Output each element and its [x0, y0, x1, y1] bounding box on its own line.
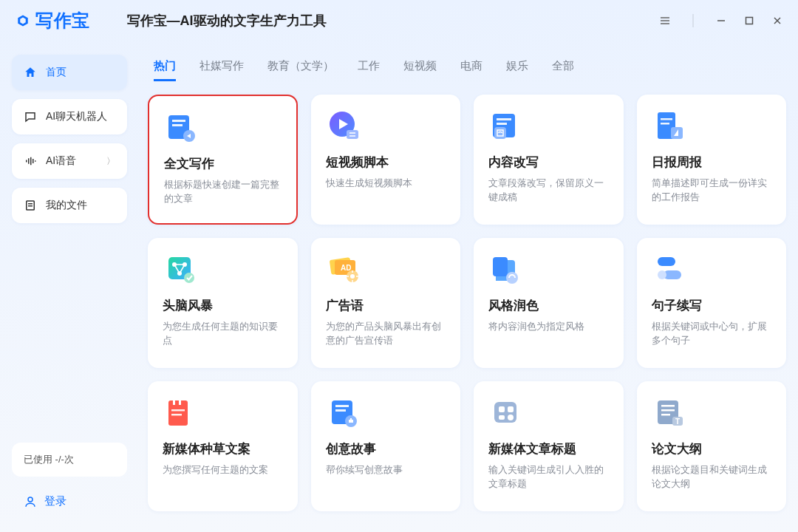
sidebar: 首页AI聊天机器人AI语音〉我的文件 已使用 -/-次 登录: [0, 41, 139, 532]
template-card-9[interactable]: 创意故事帮你续写创意故事: [311, 381, 461, 511]
sidebar-item-0[interactable]: 首页: [12, 55, 127, 90]
card-title: 广告语: [326, 297, 446, 314]
tab-0[interactable]: 热门: [154, 59, 176, 81]
svg-rect-37: [173, 399, 175, 405]
card-title: 新媒体种草文案: [163, 440, 283, 457]
tab-7[interactable]: 全部: [552, 59, 574, 81]
template-card-8[interactable]: 新媒体种草文案为您撰写任何主题的文案: [148, 381, 298, 511]
svg-rect-47: [508, 406, 514, 412]
svg-point-6: [28, 497, 33, 502]
card-desc: 为您撰写任何主题的文案: [163, 463, 283, 477]
sidebar-item-1[interactable]: AI聊天机器人: [12, 99, 127, 134]
card-icon: AD: [326, 251, 361, 287]
page-title: 写作宝—AI驱动的文字生产力工具: [127, 12, 327, 30]
brand: 写作宝: [16, 9, 90, 33]
tab-2[interactable]: 教育（文学）: [267, 59, 334, 81]
card-desc: 输入关键词生成引人入胜的文章标题: [488, 463, 609, 492]
minimize-icon[interactable]: [714, 13, 729, 28]
chat-icon: [24, 110, 37, 123]
svg-rect-38: [179, 399, 181, 405]
card-icon: T: [652, 395, 687, 430]
svg-rect-14: [497, 118, 511, 120]
svg-text:AD: AD: [341, 264, 351, 272]
svg-rect-39: [171, 409, 185, 412]
card-desc: 根据标题快速创建一篇完整的文章: [164, 178, 282, 207]
brand-name: 写作宝: [35, 9, 90, 33]
card-title: 风格润色: [488, 297, 609, 314]
template-card-2[interactable]: 内容改写文章段落改写，保留原义一键成稿: [474, 95, 624, 225]
main-content: 热门社媒写作教育（文学）工作短视频电商娱乐全部 全文写作根据标题快速创建一篇完整…: [139, 41, 798, 532]
svg-rect-43: [335, 409, 346, 412]
card-title: 新媒体文章标题: [488, 440, 609, 457]
svg-rect-18: [661, 118, 672, 120]
svg-rect-2: [746, 18, 753, 24]
home-icon: [24, 66, 37, 79]
svg-point-49: [508, 415, 514, 420]
login-button[interactable]: 登录: [12, 484, 127, 519]
sidebar-item-2[interactable]: AI语音〉: [12, 143, 127, 179]
template-card-6[interactable]: 风格润色将内容润色为指定风格: [474, 238, 624, 368]
maximize-icon[interactable]: [742, 13, 757, 28]
tab-4[interactable]: 短视频: [403, 59, 437, 81]
card-desc: 根据关键词或中心句，扩展多个句子: [652, 320, 772, 349]
svg-rect-51: [661, 405, 675, 407]
tab-3[interactable]: 工作: [358, 59, 380, 81]
user-icon: [24, 495, 37, 508]
tab-1[interactable]: 社媒写作: [200, 59, 244, 81]
brand-logo-icon: [16, 14, 30, 27]
svg-point-25: [184, 273, 194, 283]
template-card-5[interactable]: AD广告语为您的产品头脑风暴出有创意的广告宣传语: [311, 238, 461, 368]
card-desc: 帮你续写创意故事: [326, 463, 446, 477]
titlebar: 写作宝 写作宝—AI驱动的文字生产力工具: [0, 0, 798, 41]
svg-rect-52: [661, 409, 675, 412]
sidebar-item-label: 我的文件: [46, 199, 87, 212]
card-title: 日报周报: [652, 154, 772, 171]
sidebar-item-label: 首页: [46, 66, 66, 79]
svg-rect-19: [661, 123, 669, 125]
sidebar-item-3[interactable]: 我的文件: [12, 188, 127, 223]
template-card-0[interactable]: 全文写作根据标题快速创建一篇完整的文章: [148, 95, 298, 225]
usage-counter: 已使用 -/-次: [12, 443, 127, 477]
svg-rect-36: [168, 400, 188, 426]
svg-rect-33: [658, 257, 675, 266]
card-icon: [163, 395, 198, 430]
svg-rect-46: [499, 406, 505, 412]
card-desc: 为您的产品头脑风暴出有创意的广告宣传语: [326, 320, 446, 349]
chevron-right-icon: 〉: [106, 155, 115, 168]
card-title: 头脑风暴: [163, 297, 283, 314]
svg-rect-40: [171, 414, 182, 416]
template-card-7[interactable]: 句子续写根据关键词或中心句，扩展多个句子: [637, 238, 787, 368]
svg-rect-31: [493, 257, 508, 276]
card-desc: 为您生成任何主题的知识要点: [163, 320, 283, 349]
card-title: 全文写作: [164, 155, 282, 172]
tab-6[interactable]: 娱乐: [506, 59, 528, 81]
close-icon[interactable]: [770, 13, 785, 28]
template-card-3[interactable]: 日报周报简单描述即可生成一份详实的工作报告: [637, 95, 787, 225]
card-icon: [652, 108, 687, 143]
card-icon: [488, 108, 524, 143]
tab-5[interactable]: 电商: [460, 59, 482, 81]
card-desc: 根据论文题目和关键词生成论文大纲: [652, 463, 772, 492]
card-icon: [326, 395, 361, 430]
svg-rect-15: [497, 123, 507, 125]
window-controls: [658, 13, 785, 28]
template-card-4[interactable]: 头脑风暴为您生成任何主题的知识要点: [148, 238, 298, 368]
divider: [686, 13, 700, 28]
svg-rect-45: [494, 402, 516, 423]
login-label: 登录: [44, 494, 66, 508]
card-desc: 将内容润色为指定风格: [488, 320, 609, 334]
svg-point-30: [350, 274, 355, 279]
sidebar-item-label: AI聊天机器人: [46, 110, 107, 123]
svg-text:T: T: [675, 417, 680, 426]
menu-icon[interactable]: [658, 13, 672, 28]
card-icon: [163, 251, 198, 287]
template-grid: 全文写作根据标题快速创建一篇完整的文章短视频脚本快速生成短视频脚本内容改写文章段…: [148, 95, 786, 511]
card-icon: [164, 109, 200, 145]
template-card-1[interactable]: 短视频脚本快速生成短视频脚本: [311, 95, 461, 225]
svg-rect-16: [494, 127, 506, 139]
file-icon: [24, 199, 37, 212]
template-card-11[interactable]: T论文大纲根据论文题目和关键词生成论文大纲: [637, 381, 787, 511]
template-card-10[interactable]: 新媒体文章标题输入关键词生成引人入胜的文章标题: [474, 381, 624, 511]
svg-rect-9: [172, 124, 183, 126]
card-title: 论文大纲: [652, 440, 772, 457]
